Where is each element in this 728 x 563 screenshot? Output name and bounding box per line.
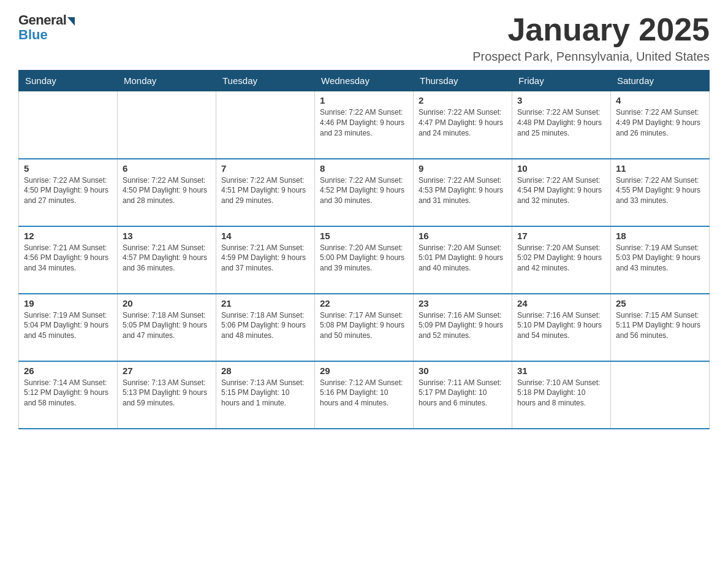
day-number: 19	[24, 298, 112, 308]
calendar-day-cell: 20Sunrise: 7:18 AM Sunset: 5:05 PM Dayli…	[118, 294, 216, 361]
calendar-day-cell: 22Sunrise: 7:17 AM Sunset: 5:08 PM Dayli…	[315, 294, 414, 361]
day-info: Sunrise: 7:22 AM Sunset: 4:48 PM Dayligh…	[517, 107, 605, 138]
calendar-header-cell: Tuesday	[216, 71, 315, 91]
calendar-day-cell: 31Sunrise: 7:10 AM Sunset: 5:18 PM Dayli…	[512, 361, 611, 429]
calendar-day-cell: 4Sunrise: 7:22 AM Sunset: 4:49 PM Daylig…	[611, 91, 710, 159]
day-info: Sunrise: 7:20 AM Sunset: 5:02 PM Dayligh…	[517, 243, 605, 274]
calendar-day-cell: 19Sunrise: 7:19 AM Sunset: 5:04 PM Dayli…	[19, 294, 118, 361]
day-number: 25	[616, 298, 704, 308]
calendar-week-row: 1Sunrise: 7:22 AM Sunset: 4:46 PM Daylig…	[19, 91, 710, 159]
logo-arrow-icon	[67, 17, 75, 26]
calendar-day-cell: 6Sunrise: 7:22 AM Sunset: 4:50 PM Daylig…	[118, 159, 216, 226]
day-info: Sunrise: 7:22 AM Sunset: 4:50 PM Dayligh…	[123, 175, 211, 206]
day-info: Sunrise: 7:22 AM Sunset: 4:47 PM Dayligh…	[419, 107, 507, 138]
calendar-day-cell	[611, 361, 710, 429]
calendar-body: 1Sunrise: 7:22 AM Sunset: 4:46 PM Daylig…	[19, 91, 710, 429]
day-number: 17	[517, 231, 605, 241]
calendar-week-row: 12Sunrise: 7:21 AM Sunset: 4:56 PM Dayli…	[19, 226, 710, 294]
day-info: Sunrise: 7:21 AM Sunset: 4:59 PM Dayligh…	[221, 243, 309, 274]
day-number: 6	[123, 163, 211, 174]
day-number: 11	[616, 163, 704, 174]
location-title: Prospect Park, Pennsylvania, United Stat…	[472, 50, 710, 64]
logo-general-text: General	[18, 12, 66, 28]
calendar-day-cell: 11Sunrise: 7:22 AM Sunset: 4:55 PM Dayli…	[611, 159, 710, 226]
calendar-day-cell: 3Sunrise: 7:22 AM Sunset: 4:48 PM Daylig…	[512, 91, 611, 159]
calendar-day-cell: 24Sunrise: 7:16 AM Sunset: 5:10 PM Dayli…	[512, 294, 611, 361]
calendar-day-cell: 27Sunrise: 7:13 AM Sunset: 5:13 PM Dayli…	[118, 361, 216, 429]
day-info: Sunrise: 7:16 AM Sunset: 5:10 PM Dayligh…	[517, 310, 605, 341]
day-number: 31	[517, 366, 605, 376]
calendar-header: SundayMondayTuesdayWednesdayThursdayFrid…	[19, 71, 710, 91]
calendar-day-cell: 12Sunrise: 7:21 AM Sunset: 4:56 PM Dayli…	[19, 226, 118, 294]
day-info: Sunrise: 7:22 AM Sunset: 4:52 PM Dayligh…	[320, 175, 408, 206]
calendar-day-cell: 1Sunrise: 7:22 AM Sunset: 4:46 PM Daylig…	[315, 91, 414, 159]
day-number: 3	[517, 95, 605, 105]
calendar-day-cell: 17Sunrise: 7:20 AM Sunset: 5:02 PM Dayli…	[512, 226, 611, 294]
calendar-day-cell	[118, 91, 216, 159]
day-info: Sunrise: 7:22 AM Sunset: 4:49 PM Dayligh…	[616, 107, 704, 138]
calendar-week-row: 5Sunrise: 7:22 AM Sunset: 4:50 PM Daylig…	[19, 159, 710, 226]
day-number: 20	[123, 298, 211, 308]
calendar-day-cell: 7Sunrise: 7:22 AM Sunset: 4:51 PM Daylig…	[216, 159, 315, 226]
calendar-header-row: SundayMondayTuesdayWednesdayThursdayFrid…	[19, 71, 710, 91]
day-number: 28	[221, 366, 309, 376]
calendar-day-cell: 10Sunrise: 7:22 AM Sunset: 4:54 PM Dayli…	[512, 159, 611, 226]
day-info: Sunrise: 7:14 AM Sunset: 5:12 PM Dayligh…	[24, 378, 112, 408]
calendar-day-cell: 29Sunrise: 7:12 AM Sunset: 5:16 PM Dayli…	[315, 361, 414, 429]
day-info: Sunrise: 7:20 AM Sunset: 5:00 PM Dayligh…	[320, 243, 408, 274]
day-info: Sunrise: 7:22 AM Sunset: 4:51 PM Dayligh…	[221, 175, 309, 206]
day-info: Sunrise: 7:22 AM Sunset: 4:53 PM Dayligh…	[419, 175, 507, 206]
day-number: 30	[419, 366, 507, 376]
logo: General Blue	[18, 12, 75, 43]
day-info: Sunrise: 7:12 AM Sunset: 5:16 PM Dayligh…	[320, 378, 408, 408]
day-number: 18	[616, 231, 704, 241]
calendar-day-cell: 30Sunrise: 7:11 AM Sunset: 5:17 PM Dayli…	[414, 361, 512, 429]
calendar-day-cell	[19, 91, 118, 159]
day-info: Sunrise: 7:16 AM Sunset: 5:09 PM Dayligh…	[419, 310, 507, 341]
day-number: 7	[221, 163, 309, 174]
month-title: January 2025	[472, 12, 710, 47]
day-info: Sunrise: 7:13 AM Sunset: 5:13 PM Dayligh…	[123, 378, 211, 408]
day-info: Sunrise: 7:20 AM Sunset: 5:01 PM Dayligh…	[419, 243, 507, 274]
calendar-day-cell: 2Sunrise: 7:22 AM Sunset: 4:47 PM Daylig…	[414, 91, 512, 159]
day-number: 9	[419, 163, 507, 174]
calendar-day-cell: 13Sunrise: 7:21 AM Sunset: 4:57 PM Dayli…	[118, 226, 216, 294]
day-number: 24	[517, 298, 605, 308]
day-info: Sunrise: 7:22 AM Sunset: 4:50 PM Dayligh…	[24, 175, 112, 206]
logo-blue-text: Blue	[18, 27, 48, 43]
day-number: 23	[419, 298, 507, 308]
day-number: 2	[419, 95, 507, 105]
day-info: Sunrise: 7:18 AM Sunset: 5:06 PM Dayligh…	[221, 310, 309, 341]
calendar-day-cell: 9Sunrise: 7:22 AM Sunset: 4:53 PM Daylig…	[414, 159, 512, 226]
day-info: Sunrise: 7:11 AM Sunset: 5:17 PM Dayligh…	[419, 378, 507, 408]
calendar-header-cell: Monday	[118, 71, 216, 91]
day-info: Sunrise: 7:17 AM Sunset: 5:08 PM Dayligh…	[320, 310, 408, 341]
day-info: Sunrise: 7:15 AM Sunset: 5:11 PM Dayligh…	[616, 310, 704, 341]
calendar-week-row: 26Sunrise: 7:14 AM Sunset: 5:12 PM Dayli…	[19, 361, 710, 429]
calendar-table: SundayMondayTuesdayWednesdayThursdayFrid…	[18, 70, 710, 429]
day-info: Sunrise: 7:22 AM Sunset: 4:46 PM Dayligh…	[320, 107, 408, 138]
day-number: 10	[517, 163, 605, 174]
calendar-day-cell: 8Sunrise: 7:22 AM Sunset: 4:52 PM Daylig…	[315, 159, 414, 226]
calendar-header-cell: Wednesday	[315, 71, 414, 91]
calendar-day-cell: 16Sunrise: 7:20 AM Sunset: 5:01 PM Dayli…	[414, 226, 512, 294]
day-info: Sunrise: 7:10 AM Sunset: 5:18 PM Dayligh…	[517, 378, 605, 408]
calendar-day-cell: 23Sunrise: 7:16 AM Sunset: 5:09 PM Dayli…	[414, 294, 512, 361]
day-number: 29	[320, 366, 408, 376]
day-number: 21	[221, 298, 309, 308]
calendar-day-cell	[216, 91, 315, 159]
title-block: January 2025 Prospect Park, Pennsylvania…	[472, 12, 710, 64]
day-info: Sunrise: 7:19 AM Sunset: 5:03 PM Dayligh…	[616, 243, 704, 274]
day-number: 16	[419, 231, 507, 241]
calendar-header-cell: Sunday	[19, 71, 118, 91]
day-info: Sunrise: 7:22 AM Sunset: 4:55 PM Dayligh…	[616, 175, 704, 206]
day-number: 8	[320, 163, 408, 174]
day-number: 5	[24, 163, 112, 174]
day-info: Sunrise: 7:13 AM Sunset: 5:15 PM Dayligh…	[221, 378, 309, 408]
calendar-day-cell: 15Sunrise: 7:20 AM Sunset: 5:00 PM Dayli…	[315, 226, 414, 294]
day-number: 4	[616, 95, 704, 105]
day-number: 12	[24, 231, 112, 241]
calendar-header-cell: Saturday	[611, 71, 710, 91]
day-info: Sunrise: 7:19 AM Sunset: 5:04 PM Dayligh…	[24, 310, 112, 341]
calendar-header-cell: Friday	[512, 71, 611, 91]
